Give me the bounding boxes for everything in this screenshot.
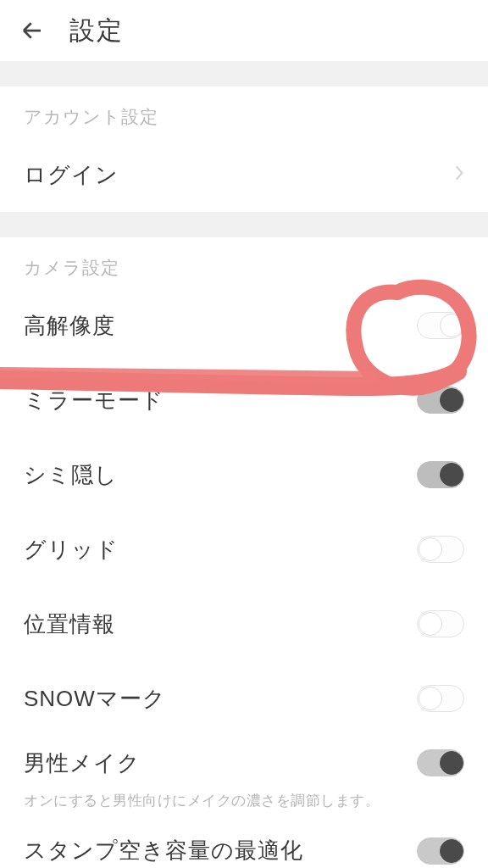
login-row[interactable]: ログイン (0, 137, 488, 212)
label-high-resolution: 高解像度 (24, 311, 115, 341)
label-grid: グリッド (24, 535, 119, 565)
row-blemish-hide[interactable]: シミ隠し (0, 437, 488, 512)
chevron-right-icon (454, 164, 464, 185)
row-mirror-mode[interactable]: ミラーモード (0, 363, 488, 437)
row-stamp-optimize[interactable]: スタンプ空き容量の最適化 (0, 824, 488, 869)
row-snow-mark[interactable]: SNOWマーク (0, 661, 488, 736)
toggle-high-resolution[interactable] (417, 312, 464, 339)
section-header-camera: カメラ設定 (0, 237, 488, 288)
header-bar: 設定 (0, 0, 488, 61)
row-high-resolution[interactable]: 高解像度 (0, 288, 488, 363)
toggle-mirror-mode[interactable] (417, 387, 464, 414)
section-header-account: アカウント設定 (0, 86, 488, 137)
login-label: ログイン (24, 160, 119, 190)
label-male-makeup: 男性メイク (24, 748, 141, 778)
label-mirror-mode: ミラーモード (24, 386, 164, 415)
row-location[interactable]: 位置情報 (0, 587, 488, 661)
sub-male-makeup: オンにすると男性向けにメイクの濃さを調節します。 (0, 790, 488, 824)
toggle-grid[interactable] (417, 536, 464, 563)
page-title: 設定 (69, 14, 124, 48)
row-male-makeup[interactable]: 男性メイク (0, 736, 488, 790)
toggle-blemish-hide[interactable] (417, 461, 464, 488)
section-separator (0, 212, 488, 237)
toggle-stamp-optimize[interactable] (417, 837, 464, 865)
label-stamp-optimize: スタンプ空き容量の最適化 (24, 836, 303, 865)
label-blemish-hide: シミ隠し (24, 460, 118, 490)
row-grid[interactable]: グリッド (0, 512, 488, 587)
label-location: 位置情報 (24, 609, 115, 639)
back-arrow-icon[interactable] (17, 15, 47, 46)
toggle-location[interactable] (417, 610, 464, 637)
toggle-snow-mark[interactable] (417, 685, 464, 712)
label-snow-mark: SNOWマーク (24, 684, 166, 714)
section-separator (0, 61, 488, 86)
toggle-male-makeup[interactable] (417, 749, 464, 776)
